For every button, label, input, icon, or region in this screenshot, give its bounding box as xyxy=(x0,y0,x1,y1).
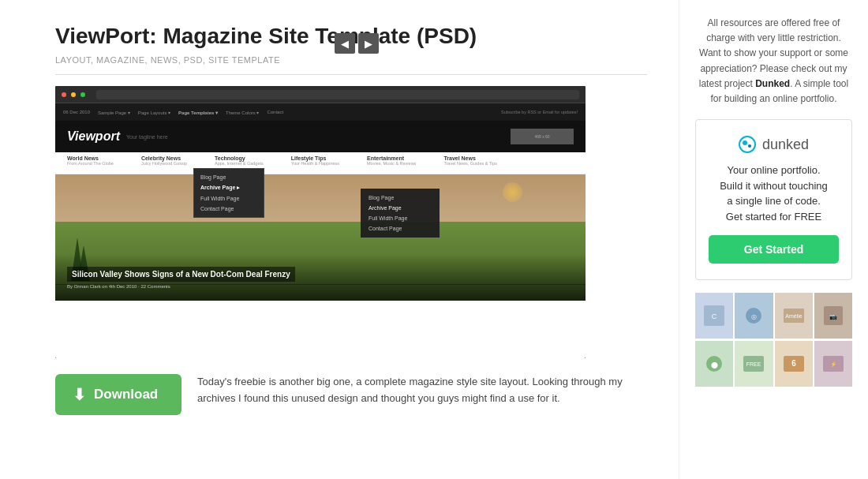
portfolio-cell-6: FREE xyxy=(735,341,773,387)
vp-hero-overlay: Silicon Valley Shows Signs of a New Dot-… xyxy=(55,254,586,301)
vp-ent-fullwidth: Full Width Page xyxy=(361,213,440,223)
prev-arrow[interactable]: ◀ xyxy=(335,33,355,54)
dunked-logo: dunked xyxy=(709,136,839,153)
dunked-name: dunked xyxy=(762,137,809,153)
browser-max xyxy=(80,92,85,97)
svg-text:📷: 📷 xyxy=(829,312,837,320)
download-button[interactable]: ⬇ Download xyxy=(55,374,181,415)
get-started-button[interactable]: Get Started xyxy=(709,235,839,264)
vp-logo-text: Viewport xyxy=(67,129,120,144)
vp-entertainment-dropdown: Blog Page Archive Page Full Width Page C… xyxy=(361,189,440,238)
vp-categories: World News From Around The Globe Celebri… xyxy=(55,152,586,174)
vp-hero-title: Silicon Valley Shows Signs of a New Dot-… xyxy=(67,267,295,282)
vp-logo-bar: Viewport Your tagline here 468 x 60 xyxy=(55,121,586,152)
portfolio-icon-2: ◎ xyxy=(743,305,765,327)
vp-colors: Theme Colors ▾ xyxy=(226,110,259,115)
svg-point-0 xyxy=(739,137,755,152)
svg-text:6: 6 xyxy=(791,359,796,368)
portfolio-cell-3: Amélie xyxy=(775,293,813,339)
dunked-box: dunked Your online portfolio. Build it w… xyxy=(695,119,852,280)
portfolio-cell-1: C xyxy=(695,293,733,339)
browser-bar xyxy=(55,86,586,103)
dunked-link[interactable]: Dunked xyxy=(755,78,790,89)
vp-ent-archive: Archive Page xyxy=(361,203,440,213)
portfolio-cell-4: 📷 xyxy=(814,293,852,339)
portfolio-cell-8: ⚡ xyxy=(814,341,852,387)
vp-templates: Page Templates ▾ xyxy=(178,110,218,115)
vp-layouts: Page Layouts ▾ xyxy=(138,110,170,115)
main-content: ViewPort: Magazine Site Template (PSD) ◀… xyxy=(0,0,679,479)
dunked-logo-icon xyxy=(739,136,756,153)
svg-text:C: C xyxy=(712,312,717,320)
portfolio-cell-7: 6 xyxy=(775,341,813,387)
vp-hero-meta: By Orman Clark on 4th Dec 2010 · 22 Comm… xyxy=(67,284,574,289)
vp-dd-fullwidth: Full Width Page xyxy=(194,193,264,204)
vp-ent-blog: Blog Page xyxy=(361,193,440,203)
portfolio-icon-4: 📷 xyxy=(822,305,844,327)
svg-text:⚡: ⚡ xyxy=(829,361,836,368)
svg-point-1 xyxy=(743,140,747,145)
portfolio-icon-5: ⬤ xyxy=(702,354,726,374)
vp-dd-contact: Contact Page xyxy=(194,204,264,214)
vp-ent-contact: Contact Page xyxy=(361,223,440,234)
sidebar: All resources are offered free of charge… xyxy=(679,0,868,479)
preview-container: 06 Dec 2010 Sample Page ▾ Page Layouts ▾… xyxy=(55,86,586,358)
vp-ad-placeholder: 468 x 60 xyxy=(511,129,574,144)
vp-cat-ent: Entertainment Movies, Music & Reviews xyxy=(367,155,416,166)
dunked-tagline: Your online portfolio. Build it without … xyxy=(709,163,839,224)
vp-date: 06 Dec 2010 xyxy=(63,110,90,114)
portfolio-icon-1: C xyxy=(702,304,726,327)
browser-content: 06 Dec 2010 Sample Page ▾ Page Layouts ▾… xyxy=(55,103,586,358)
portfolio-cell-5: ⬤ xyxy=(695,341,733,387)
svg-text:FREE: FREE xyxy=(746,361,761,367)
vp-sun xyxy=(503,182,522,202)
portfolio-icon-6: FREE xyxy=(742,354,765,374)
portfolio-icon-8: ⚡ xyxy=(821,354,845,374)
description-text: Today's freebie is another big one, a co… xyxy=(197,374,647,407)
vp-page-templates-dropdown: Blog Page Archive Page ▸ Full Width Page… xyxy=(193,168,264,218)
portfolio-icon-3: Amélie xyxy=(783,308,805,324)
browser-min xyxy=(71,92,76,97)
vp-hero: Silicon Valley Shows Signs of a New Dot-… xyxy=(55,174,586,301)
vp-cat-travel: Travel News Travel News, Guides & Tips xyxy=(443,155,497,166)
vp-tagline: Your tagline here xyxy=(126,134,168,140)
preview-inner: 06 Dec 2010 Sample Page ▾ Page Layouts ▾… xyxy=(55,86,586,358)
vp-contact: Contact xyxy=(267,110,283,114)
sidebar-intro: All resources are offered free of charge… xyxy=(695,16,852,107)
nav-arrows: ◀ ▶ xyxy=(335,33,379,54)
portfolio-grid: C ◎ Amélie 📷 ⬤ FREE 6 ⚡ xyxy=(695,293,852,387)
vp-cat-tech: Technology Apps, Internet & Gadgets xyxy=(215,155,264,166)
vp-ad-text: 468 x 60 xyxy=(534,134,549,139)
vp-dd-archive: Archive Page ▸ xyxy=(194,182,264,193)
vp-dd-blog: Blog Page xyxy=(194,172,264,182)
vp-sample: Sample Page ▾ xyxy=(98,110,130,115)
vp-nav: 06 Dec 2010 Sample Page ▾ Page Layouts ▾… xyxy=(55,103,586,121)
vp-cat-lifestyle: Lifestyle Tips Your Health & Happiness xyxy=(291,155,339,166)
svg-text:Amélie: Amélie xyxy=(785,313,803,319)
portfolio-icon-7: 6 xyxy=(782,354,806,374)
svg-point-2 xyxy=(748,144,751,148)
download-label: Download xyxy=(94,387,158,402)
svg-text:◎: ◎ xyxy=(751,313,757,320)
tags-row: LAYOUT, MAGAZINE, NEWS, PSD, SITE TEMPLA… xyxy=(55,55,647,65)
svg-text:⬤: ⬤ xyxy=(711,361,718,369)
download-icon: ⬇ xyxy=(73,385,86,404)
vp-cat-world: World News From Around The Globe xyxy=(67,155,114,166)
bottom-section: ⬇ Download Today's freebie is another bi… xyxy=(55,374,647,415)
browser-close xyxy=(62,92,66,97)
next-arrow[interactable]: ▶ xyxy=(358,33,379,54)
address-bar xyxy=(96,90,579,99)
vp-subscribe: Subscribe by RSS or Email for updates! xyxy=(501,110,578,114)
portfolio-cell-2: ◎ xyxy=(735,293,773,339)
vp-cat-celeb: Celebrity News Juicy Hollywood Gossip xyxy=(141,155,187,166)
divider xyxy=(55,74,647,75)
